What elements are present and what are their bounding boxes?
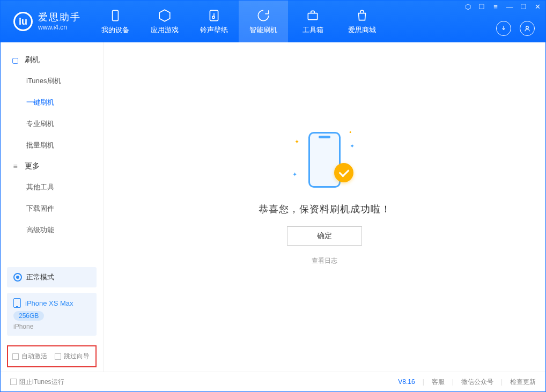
phone-illustration-icon	[308, 132, 341, 188]
list-icon: ≡	[11, 162, 19, 171]
status-dot-icon	[13, 273, 22, 282]
tab-smart-flash[interactable]: 智能刷机	[239, 1, 288, 42]
window-controls: ⬡ ☐ ≡ — ☐ ✕	[464, 3, 541, 10]
sparkle-icon: ✦	[350, 143, 355, 150]
footer-link-wechat[interactable]: 微信公众号	[461, 378, 493, 387]
ok-button[interactable]: 确定	[287, 226, 362, 246]
footer-link-support[interactable]: 客服	[432, 378, 445, 387]
sparkle-icon: ✦	[292, 171, 297, 178]
view-log-link[interactable]: 查看日志	[312, 256, 337, 265]
app-name: 爱思助手	[38, 12, 81, 24]
success-message: 恭喜您，保资料刷机成功啦！	[259, 203, 391, 216]
logo[interactable]: iu 爱思助手 www.i4.cn	[1, 12, 91, 31]
phone-icon	[13, 298, 21, 308]
bag-icon	[355, 9, 369, 23]
sidebar-item-pro-flash[interactable]: 专业刷机	[1, 113, 103, 135]
flash-options-highlighted: 自动激活 跳过向导	[7, 345, 97, 367]
nav-tabs: 我的设备 应用游戏 铃声壁纸 智能刷机 工具箱 爱思商城	[91, 1, 387, 42]
success-illustration: ✦ ✦ ✦ •	[292, 128, 357, 192]
refresh-icon	[256, 9, 270, 23]
footer: 阻止iTunes运行 V8.16 | 客服 | 微信公众号 | 检查更新	[1, 372, 545, 391]
svg-rect-3	[308, 13, 317, 19]
tab-toolbox[interactable]: 工具箱	[288, 1, 337, 42]
sidebar-group-flash: ▢ 刷机	[1, 50, 103, 70]
sparkle-icon: •	[349, 129, 351, 135]
music-icon	[207, 9, 221, 23]
lock-icon[interactable]: ☐	[478, 3, 485, 10]
checkbox-auto-activate[interactable]: 自动激活	[12, 352, 47, 361]
device-mode-status[interactable]: 正常模式	[7, 267, 97, 287]
sidebar-group-more: ≡ 更多	[1, 156, 103, 176]
svg-point-2	[212, 16, 215, 18]
device-type: iPhone	[13, 323, 90, 330]
version-label: V8.16	[398, 378, 415, 386]
sidebar-item-advanced[interactable]: 高级功能	[1, 219, 103, 241]
sidebar: ▢ 刷机 iTunes刷机 一键刷机 专业刷机 批量刷机 ≡ 更多 其他工具 下…	[1, 42, 104, 372]
header-actions	[496, 21, 535, 36]
sidebar-item-one-click-flash[interactable]: 一键刷机	[1, 92, 103, 113]
tab-store[interactable]: 爱思商城	[337, 1, 387, 42]
app-url: www.i4.cn	[38, 24, 81, 31]
phone-small-icon: ▢	[11, 56, 19, 64]
sidebar-item-other-tools[interactable]: 其他工具	[1, 176, 103, 198]
sparkle-icon: ✦	[294, 138, 299, 145]
close-icon[interactable]: ✕	[534, 3, 541, 10]
tab-my-device[interactable]: 我的设备	[91, 1, 140, 42]
device-capacity: 256GB	[13, 311, 44, 321]
logo-icon: iu	[13, 12, 33, 31]
tab-apps-games[interactable]: 应用游戏	[140, 1, 189, 42]
success-check-icon	[334, 163, 353, 182]
device-name: iPhone XS Max	[25, 299, 73, 307]
checkbox-block-itunes[interactable]: 阻止iTunes运行	[10, 378, 64, 387]
shirt-icon[interactable]: ⬡	[464, 3, 471, 10]
device-icon	[108, 9, 122, 23]
download-button[interactable]	[496, 21, 511, 36]
minimize-icon[interactable]: —	[506, 3, 513, 10]
tab-ringtone-wallpaper[interactable]: 铃声壁纸	[189, 1, 239, 42]
menu-icon[interactable]: ≡	[492, 3, 499, 10]
cube-icon	[158, 9, 172, 23]
svg-point-4	[526, 26, 529, 29]
header: iu 爱思助手 www.i4.cn 我的设备 应用游戏 铃声壁纸 智能刷机 工具…	[1, 1, 545, 42]
sidebar-item-download-firmware[interactable]: 下载固件	[1, 198, 103, 219]
sidebar-item-itunes-flash[interactable]: iTunes刷机	[1, 70, 103, 92]
toolbox-icon	[306, 9, 320, 23]
maximize-icon[interactable]: ☐	[520, 3, 527, 10]
checkbox-skip-guide[interactable]: 跳过向导	[55, 352, 90, 361]
device-card[interactable]: iPhone XS Max 256GB iPhone	[7, 293, 97, 336]
user-button[interactable]	[520, 21, 535, 36]
main-content: ✦ ✦ ✦ • 恭喜您，保资料刷机成功啦！ 确定 查看日志	[104, 42, 545, 372]
svg-rect-0	[113, 10, 119, 21]
footer-link-check-update[interactable]: 检查更新	[510, 378, 536, 387]
sidebar-item-batch-flash[interactable]: 批量刷机	[1, 135, 103, 156]
